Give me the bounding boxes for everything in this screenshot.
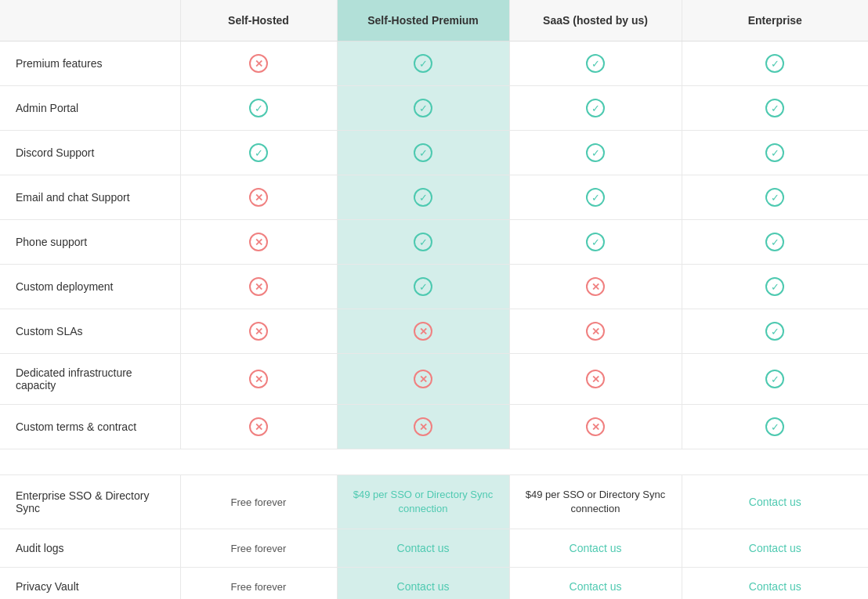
saas-cell: ✓ <box>509 220 682 265</box>
free-cell: Free forever <box>180 529 337 568</box>
self-hosted-cell: ✕ <box>180 309 337 354</box>
contact-cell[interactable]: Contact us <box>337 568 509 599</box>
check-icon: ✓ <box>765 143 784 162</box>
self-hosted-premium-cell: ✕ <box>337 309 509 354</box>
saas-cell: ✕ <box>509 354 682 405</box>
contact-cell[interactable]: Contact us <box>682 568 868 599</box>
saas-cell: ✓ <box>509 86 682 131</box>
check-icon: ✓ <box>765 417 784 436</box>
table-row: Enterprise SSO & DirectorySync Free fore… <box>0 475 868 529</box>
saas-cell: ✕ <box>509 405 682 449</box>
table-row: Custom terms & contract ✕ ✕ ✕ ✓ <box>0 405 868 449</box>
check-icon: ✓ <box>414 54 432 73</box>
check-icon: ✓ <box>249 143 268 162</box>
col-header-saas: SaaS (hosted by us) <box>509 0 682 41</box>
check-icon: ✓ <box>414 188 432 207</box>
check-icon: ✓ <box>586 143 605 162</box>
check-icon: ✓ <box>765 277 784 296</box>
feature-label: Privacy Vault <box>0 568 180 599</box>
col-header-self-hosted-premium: Self-Hosted Premium <box>337 0 509 41</box>
table-row: Admin Portal ✓ ✓ ✓ ✓ <box>0 86 868 131</box>
cross-icon: ✕ <box>249 322 268 341</box>
cross-icon: ✕ <box>249 417 268 436</box>
self-hosted-premium-cell: ✓ <box>337 220 509 265</box>
free-label: Free forever <box>231 496 287 508</box>
enterprise-cell: ✓ <box>682 86 868 131</box>
table-row: Audit logs Free forever Contact us Conta… <box>0 529 868 568</box>
cross-icon: ✕ <box>249 233 268 251</box>
feature-label: Enterprise SSO & DirectorySync <box>0 475 180 529</box>
feature-label: Custom SLAs <box>0 309 180 354</box>
section-divider <box>0 449 868 475</box>
feature-label: Custom deployment <box>0 265 180 309</box>
feature-label: Admin Portal <box>0 86 180 131</box>
self-hosted-cell: ✕ <box>180 175 337 220</box>
enterprise-cell: ✓ <box>682 131 868 175</box>
check-icon: ✓ <box>414 277 432 296</box>
enterprise-cell: ✓ <box>682 354 868 405</box>
contact-link[interactable]: Contact us <box>397 542 450 554</box>
self-hosted-cell: ✕ <box>180 405 337 449</box>
check-icon: ✓ <box>765 322 784 341</box>
col-header-feature <box>0 0 180 41</box>
saas-cell: ✕ <box>509 309 682 354</box>
check-icon: ✓ <box>249 99 268 117</box>
contact-cell[interactable]: Contact us <box>682 475 868 529</box>
cross-icon: ✕ <box>414 322 432 341</box>
cross-icon: ✕ <box>414 417 432 436</box>
sso-label: $49 per SSO or Directory Sync connection <box>526 489 665 514</box>
cross-icon: ✕ <box>586 322 605 341</box>
contact-link[interactable]: Contact us <box>397 580 450 593</box>
self-hosted-premium-cell: ✓ <box>337 131 509 175</box>
check-icon: ✓ <box>765 99 784 117</box>
check-icon: ✓ <box>765 233 784 251</box>
feature-label: Custom terms & contract <box>0 405 180 449</box>
check-icon: ✓ <box>586 54 605 73</box>
cross-icon: ✕ <box>249 370 268 388</box>
saas-cell: ✕ <box>509 265 682 309</box>
table-row: Premium features ✕ ✓ ✓ ✓ <box>0 41 868 86</box>
contact-link[interactable]: Contact us <box>570 580 622 593</box>
self-hosted-cell: ✕ <box>180 265 337 309</box>
feature-label: Phone support <box>0 220 180 265</box>
check-icon: ✓ <box>414 143 432 162</box>
check-icon: ✓ <box>586 233 605 251</box>
self-hosted-cell: ✓ <box>180 131 337 175</box>
table-row: Dedicated infrastructurecapacity ✕ ✕ ✕ ✓ <box>0 354 868 405</box>
contact-cell[interactable]: Contact us <box>509 568 682 599</box>
contact-link[interactable]: Contact us <box>749 542 801 554</box>
col-header-enterprise: Enterprise <box>682 0 868 41</box>
table-row: Phone support ✕ ✓ ✓ ✓ <box>0 220 868 265</box>
self-hosted-premium-cell: ✓ <box>337 175 509 220</box>
cross-icon: ✕ <box>586 417 605 436</box>
feature-label: Discord Support <box>0 131 180 175</box>
contact-cell[interactable]: Contact us <box>509 529 682 568</box>
feature-label: Premium features <box>0 41 180 86</box>
comparison-table: Self-Hosted Self-Hosted Premium SaaS (ho… <box>0 0 868 599</box>
enterprise-cell: ✓ <box>682 309 868 354</box>
cross-icon: ✕ <box>414 370 432 388</box>
saas-cell: ✓ <box>509 131 682 175</box>
contact-cell[interactable]: Contact us <box>682 529 868 568</box>
contact-link[interactable]: Contact us <box>749 580 801 593</box>
table-row: Custom deployment ✕ ✓ ✕ ✓ <box>0 265 868 309</box>
contact-cell[interactable]: Contact us <box>337 529 509 568</box>
table-row: Email and chat Support ✕ ✓ ✓ ✓ <box>0 175 868 220</box>
free-cell: Free forever <box>180 475 337 529</box>
self-hosted-premium-cell: ✓ <box>337 86 509 131</box>
table-row: Privacy Vault Free forever Contact us Co… <box>0 568 868 599</box>
cross-icon: ✕ <box>249 54 268 73</box>
self-hosted-cell: ✕ <box>180 41 337 86</box>
self-hosted-premium-cell: ✕ <box>337 405 509 449</box>
free-label: Free forever <box>231 543 287 554</box>
contact-link[interactable]: Contact us <box>570 542 622 554</box>
enterprise-cell: ✓ <box>682 41 868 86</box>
cross-icon: ✕ <box>249 277 268 296</box>
sso-cell: $49 per SSO or Directory Sync connection <box>337 475 509 529</box>
contact-link[interactable]: Contact us <box>749 496 801 508</box>
check-icon: ✓ <box>765 188 784 207</box>
sso-cell: $49 per SSO or Directory Sync connection <box>509 475 682 529</box>
feature-label: Audit logs <box>0 529 180 568</box>
cross-icon: ✕ <box>586 370 605 388</box>
feature-label: Dedicated infrastructurecapacity <box>0 354 180 405</box>
